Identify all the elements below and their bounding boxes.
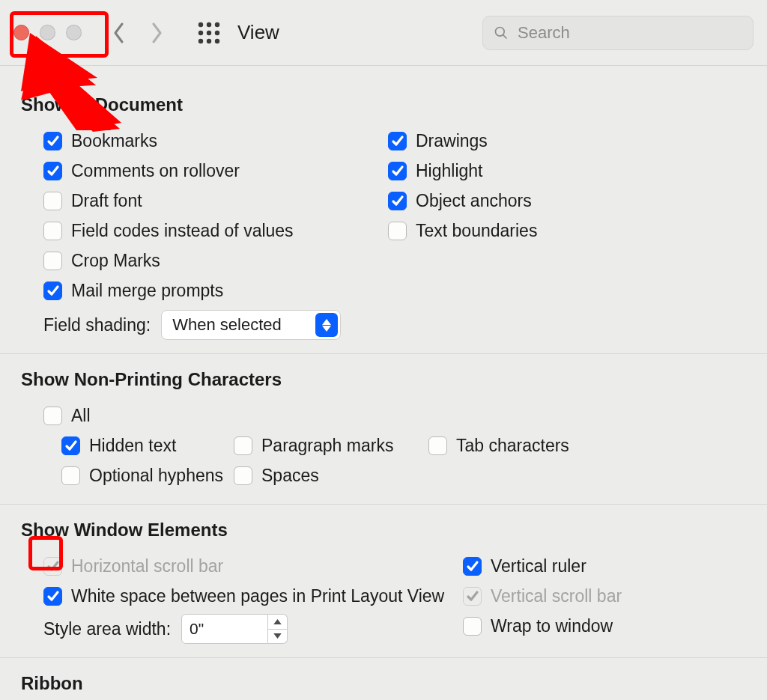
forward-button[interactable] [149, 21, 164, 45]
checkbox-mail-merge[interactable] [43, 281, 62, 300]
checkbox-draft-font[interactable] [43, 192, 62, 210]
label-mail-merge: Mail merge prompts [71, 281, 223, 301]
section-window-elements-title: Show Window Elements [21, 520, 746, 541]
label-vertical-scroll: Vertical scroll bar [491, 586, 622, 606]
checkbox-text-boundaries[interactable] [388, 222, 407, 240]
checkbox-vertical-ruler[interactable] [463, 557, 482, 576]
style-area-width-stepper[interactable] [268, 614, 288, 644]
svg-point-8 [215, 38, 219, 43]
close-window-button[interactable] [13, 25, 29, 40]
svg-marker-12 [322, 326, 331, 332]
checkbox-bookmarks[interactable] [43, 132, 62, 150]
style-area-width-value: 0" [190, 620, 204, 638]
svg-point-0 [198, 22, 203, 26]
svg-point-7 [207, 38, 211, 43]
label-tab-characters: Tab characters [456, 436, 569, 456]
checkbox-comments-rollover[interactable] [43, 162, 62, 180]
chevron-updown-icon [315, 313, 338, 337]
svg-marker-11 [322, 319, 331, 325]
label-spaces: Spaces [261, 466, 319, 486]
checkbox-all[interactable] [43, 407, 62, 425]
label-draft-font: Draft font [71, 191, 142, 211]
checkbox-optional-hyphens[interactable] [61, 466, 80, 485]
field-shading-value: When selected [172, 315, 282, 335]
label-wrap: Wrap to window [491, 616, 613, 636]
label-object-anchors: Object anchors [416, 191, 532, 211]
show-all-icon[interactable] [194, 18, 224, 48]
page-title: View [237, 21, 279, 44]
label-comments-rollover: Comments on rollover [71, 161, 240, 181]
section-ribbon-title: Ribbon [21, 673, 746, 694]
label-all: All [71, 406, 91, 426]
svg-marker-13 [273, 619, 282, 624]
svg-marker-14 [273, 633, 282, 639]
checkbox-white-space[interactable] [43, 587, 62, 606]
svg-point-2 [215, 22, 219, 26]
svg-point-1 [207, 22, 211, 26]
divider [0, 657, 767, 658]
checkbox-crop-marks[interactable] [43, 252, 62, 270]
label-white-space: White space between pages in Print Layou… [71, 586, 444, 606]
style-area-width-input[interactable]: 0" [181, 614, 268, 644]
checkbox-field-codes[interactable] [43, 222, 62, 240]
toolbar: View [0, 0, 767, 66]
checkbox-paragraph-marks[interactable] [234, 436, 252, 455]
search-input[interactable] [516, 22, 742, 43]
checkbox-drawings[interactable] [388, 132, 407, 150]
label-hidden-text: Hidden text [89, 436, 176, 456]
divider [0, 353, 767, 354]
section-nonprinting-title: Show Non-Printing Characters [21, 369, 746, 390]
zoom-window-button[interactable] [66, 25, 82, 40]
label-drawings: Drawings [416, 131, 488, 151]
svg-point-5 [215, 30, 219, 34]
label-optional-hyphens: Optional hyphens [89, 466, 223, 486]
label-text-boundaries: Text boundaries [416, 221, 537, 241]
stepper-down-icon[interactable] [268, 630, 287, 644]
label-bookmarks: Bookmarks [71, 131, 157, 151]
label-vertical-ruler: Vertical ruler [491, 556, 586, 576]
field-shading-label: Field shading: [43, 315, 151, 335]
checkbox-hidden-text[interactable] [61, 436, 80, 455]
label-horizontal-scroll: Horizontal scroll bar [71, 556, 223, 576]
window-controls [13, 25, 82, 40]
checkbox-highlight[interactable] [388, 162, 407, 180]
search-field[interactable] [482, 16, 754, 50]
svg-line-10 [503, 34, 507, 38]
svg-point-3 [198, 30, 203, 34]
checkbox-object-anchors[interactable] [388, 192, 407, 210]
label-field-codes: Field codes instead of values [71, 221, 294, 241]
svg-point-9 [495, 27, 504, 36]
svg-point-4 [207, 30, 211, 34]
checkbox-vertical-scroll [463, 587, 482, 606]
divider [0, 504, 767, 505]
checkbox-wrap[interactable] [463, 617, 482, 636]
checkbox-tab-characters[interactable] [428, 436, 447, 455]
label-paragraph-marks: Paragraph marks [261, 436, 393, 456]
field-shading-select[interactable]: When selected [161, 310, 341, 340]
section-show-in-document-title: Show in Document [21, 94, 746, 115]
stepper-up-icon[interactable] [268, 615, 287, 630]
style-area-width-label: Style area width: [43, 619, 171, 639]
checkbox-horizontal-scroll [43, 557, 62, 576]
label-highlight: Highlight [416, 161, 483, 181]
back-button[interactable] [112, 21, 127, 45]
label-crop-marks: Crop Marks [71, 251, 160, 271]
checkbox-spaces[interactable] [234, 466, 252, 485]
minimize-window-button[interactable] [40, 25, 55, 40]
svg-point-6 [198, 38, 203, 43]
search-icon [494, 25, 509, 41]
